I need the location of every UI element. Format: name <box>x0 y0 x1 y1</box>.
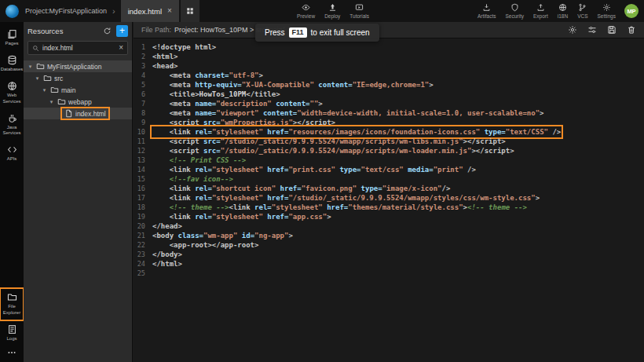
code-text: <script src="/studio/_static/9.9.9.5524/… <box>152 137 506 146</box>
more-options-button[interactable] <box>1 346 23 360</box>
code-line-18[interactable]: 18 <!-- theme --><link rel="stylesheet" … <box>134 203 644 212</box>
clear-search-icon[interactable]: × <box>119 44 123 52</box>
notification-text-suffix: to exit full screen <box>311 28 370 37</box>
tree-item-main[interactable]: ▾main <box>24 84 132 96</box>
sidebar-item-java-services[interactable]: Java Services <box>1 110 23 140</box>
sidebar-item-apis[interactable]: APIs <box>1 141 23 166</box>
code-line-14[interactable]: 14 <link rel="stylesheet" href="print.cs… <box>134 165 644 174</box>
topbar-action-label: Tutorials <box>349 13 369 19</box>
topbar-action-tutorials[interactable]: Tutorials <box>349 3 369 19</box>
topbar-action-deploy[interactable]: Deploy <box>324 3 340 19</box>
add-resource-button[interactable]: + <box>116 25 128 37</box>
editor-preferences-icon[interactable] <box>587 25 597 35</box>
code-line-15[interactable]: 15 <!--fav icon--> <box>134 174 644 184</box>
resources-title: Resources <box>27 27 98 35</box>
expand-arrow-icon[interactable]: ▾ <box>34 75 41 82</box>
topbar-action-export[interactable]: Export <box>533 3 548 19</box>
code-text: <!-- theme --><link rel="stylesheet" hre… <box>152 203 527 212</box>
sidebar-item-file-explorer[interactable]: File Explorer <box>1 289 23 319</box>
tab-index-html[interactable]: index.html × <box>121 0 179 22</box>
sidebar-item-logs[interactable]: Logs <box>1 321 23 346</box>
topbar-action-security[interactable]: Security <box>505 3 523 19</box>
line-number: 17 <box>134 193 152 203</box>
code-line-4[interactable]: 4 <meta charset="utf-8"> <box>134 71 644 80</box>
code-text: <meta charset="utf-8"> <box>152 71 263 80</box>
tree-item-src[interactable]: ▾src <box>24 72 132 84</box>
topbar-action-label: Deploy <box>324 13 340 19</box>
sidebar-top: PagesDatabasesWeb ServicesJava ServicesA… <box>0 26 24 166</box>
sidebar-bottom: File ExplorerLogs <box>0 289 24 346</box>
topbar-action-i18n[interactable]: i18N <box>558 3 568 19</box>
sidebar-item-databases[interactable]: Databases <box>1 52 23 76</box>
expand-arrow-icon[interactable]: ▾ <box>27 64 34 70</box>
code-line-3[interactable]: 3<head> <box>134 61 644 71</box>
tree-item-myfirstapplication[interactable]: ▾MyFirstApplication <box>24 60 132 72</box>
code-line-13[interactable]: 13 <!-- Print CSS --> <box>134 155 644 165</box>
chevron-right-icon: › <box>112 6 115 16</box>
code-line-20[interactable]: 20</head> <box>134 221 644 231</box>
line-number: 3 <box>134 61 152 71</box>
tree-item-index-html[interactable]: index.html <box>24 108 132 119</box>
code-text: <script src="wmProperties.js"></script> <box>152 118 335 127</box>
code-text: </head> <box>152 221 182 231</box>
code-text: <html> <box>152 52 178 61</box>
code-line-23[interactable]: 23</body> <box>134 250 644 259</box>
layout-grid-button[interactable] <box>181 0 199 22</box>
delete-icon[interactable] <box>627 25 636 35</box>
code-line-16[interactable]: 16 <link rel="shortcut icon" href="favic… <box>134 184 644 193</box>
code-text: <link rel="stylesheet" href="app.css"> <box>152 212 331 221</box>
eye-icon <box>302 3 310 12</box>
expand-arrow-icon[interactable]: ▾ <box>41 87 48 93</box>
f11-key: F11 <box>289 27 307 38</box>
code-line-12[interactable]: 12 <script src="/studio/_static/9.9.9.55… <box>134 146 644 155</box>
tree-item-label: MyFirstApplication <box>47 63 101 71</box>
line-number: 11 <box>134 137 152 146</box>
refresh-icon[interactable] <box>103 27 112 35</box>
code-line-2[interactable]: 2<html> <box>134 52 644 61</box>
code-line-21[interactable]: 21<body class="wm-app" id="ng-app"> <box>134 231 644 240</box>
code-line-11[interactable]: 11 <script src="/studio/_static/9.9.9.55… <box>134 137 644 146</box>
search-input[interactable] <box>42 44 115 52</box>
code-line-7[interactable]: 7 <meta name="description" content=""> <box>134 99 644 108</box>
download-icon <box>482 3 491 12</box>
code-line-1[interactable]: 1<!doctype html> <box>134 42 644 52</box>
line-number: 21 <box>134 231 152 240</box>
code-text: <!-- Print CSS --> <box>152 155 246 165</box>
save-icon[interactable] <box>607 25 617 35</box>
code-line-17[interactable]: 17 <link rel="stylesheet" href="/studio/… <box>134 193 644 203</box>
code-line-19[interactable]: 19 <link rel="stylesheet" href="app.css"… <box>134 212 644 221</box>
sidebar-item-pages[interactable]: Pages <box>1 26 23 50</box>
topbar-action-label: Preview <box>297 13 315 19</box>
code-line-9[interactable]: 9 <script src="wmProperties.js"></script… <box>134 118 644 127</box>
sidebar-item-web-services[interactable]: Web Services <box>1 78 23 108</box>
code-line-10[interactable]: 10 <link rel="stylesheet" href="resource… <box>134 127 644 137</box>
code-line-6[interactable]: 6 <title>HowTos_10PM</title> <box>134 90 644 99</box>
notification-text-prefix: Press <box>265 28 285 37</box>
folder-icon <box>7 292 17 302</box>
code-line-8[interactable]: 8 <meta name="viewport" content="width=d… <box>134 108 644 118</box>
topbar-action-settings[interactable]: Settings <box>598 3 617 19</box>
code-line-22[interactable]: 22 <app-root></app-root> <box>134 240 644 250</box>
editor-settings-icon[interactable] <box>568 25 577 35</box>
branch-icon <box>578 3 587 12</box>
line-number: 24 <box>134 259 152 269</box>
line-number: 5 <box>134 80 152 90</box>
tab-close-icon[interactable]: × <box>167 7 172 15</box>
code-line-5[interactable]: 5 <meta http-equiv="X-UA-Compatible" con… <box>134 80 644 90</box>
wavemaker-logo-icon[interactable] <box>5 5 19 18</box>
code-line-25[interactable]: 25 <box>134 269 644 278</box>
line-number: 1 <box>134 42 152 52</box>
code-line-24[interactable]: 24</html> <box>134 259 644 269</box>
topbar-action-vcs[interactable]: VCS <box>577 3 587 19</box>
editor-area: File Path: Project: HowTos_10PM > src/ma… <box>134 22 644 362</box>
topbar-action-preview[interactable]: Preview <box>297 3 315 19</box>
topbar-action-artifacts[interactable]: Artifacts <box>478 3 496 19</box>
globe-icon <box>7 81 17 91</box>
tab-label: index.html <box>128 7 162 16</box>
code-text: <meta name="description" content=""> <box>152 99 323 108</box>
expand-arrow-icon[interactable]: ▾ <box>48 99 55 105</box>
user-avatar[interactable]: MP <box>624 4 639 18</box>
tree-item-webapp[interactable]: ▾webapp <box>24 96 132 108</box>
database-icon <box>7 55 17 65</box>
resources-tree: ▾MyFirstApplication▾src▾main▾webappindex… <box>24 60 132 119</box>
